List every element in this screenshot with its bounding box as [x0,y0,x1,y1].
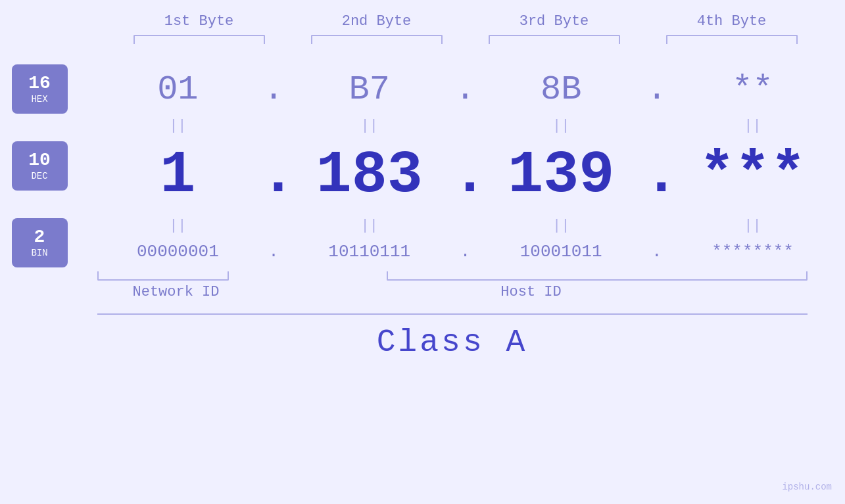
byte1-header: 1st Byte [120,13,278,30]
dec-dot3: . [644,142,670,209]
eq1-b4: || [674,118,832,134]
eq2-b3: || [482,218,640,234]
bin-dot1: . [260,242,287,262]
eq2-b2: || [291,218,448,234]
hex-badge: 16 HEX [12,64,68,114]
hex-dot1: . [260,70,287,109]
dec-badge: 10 DEC [12,141,68,191]
equals-row-2: || || || || [97,216,834,235]
class-label: Class A [97,325,808,360]
dec-b1: 1 [99,142,256,209]
bracket-b1 [133,35,265,44]
dec-text: DEC [31,171,47,181]
hex-dot3: . [644,70,670,109]
labels-column: 16 HEX 10 DEC 2 BIN [12,64,97,268]
hex-num: 16 [28,74,51,93]
byte2-header: 2nd Byte [298,13,456,30]
dec-dot1: . [260,142,287,209]
byte-headers: 1st Byte 2nd Byte 3rd Byte 4th Byte [110,13,821,30]
class-bracket-line [97,313,808,315]
bin-text: BIN [31,248,47,258]
eq1-b2: || [291,118,448,134]
bin-dot2: . [452,242,478,262]
watermark: ipshu.com [782,482,832,492]
bin-b1: 00000001 [99,242,256,262]
eq1-b1: || [99,118,256,134]
bracket-b3 [489,35,620,44]
bottom-labels: Network ID Host ID [97,284,808,300]
bin-num: 2 [34,228,45,246]
bin-b4: ******** [674,242,832,262]
eq2-b4: || [674,218,832,234]
values-grid: 01 . B7 . 8B . ** || || || || 1 . [97,64,834,268]
network-bracket [97,271,229,281]
host-bracket [387,271,808,281]
dec-dot2: . [452,142,478,209]
dec-b2: 183 [291,142,448,209]
hex-b1: 01 [99,70,256,109]
dec-num: 10 [28,151,51,170]
byte4-header: 4th Byte [653,13,811,30]
bin-b2: 10110111 [291,242,448,262]
main-content: 16 HEX 10 DEC 2 BIN 01 . B7 . 8B . ** [12,64,834,268]
dec-row: 1 . 183 . 139 . *** [97,135,834,216]
bin-row: 00000001 . 10110111 . 10001011 . *******… [97,235,834,268]
dec-b4: *** [674,142,832,209]
bottom-area: Network ID Host ID Class A [12,271,834,360]
hex-dot2: . [452,70,478,109]
top-brackets [110,35,821,44]
byte3-header: 3rd Byte [475,13,633,30]
bottom-brackets [97,271,808,281]
host-id-label: Host ID [255,284,808,300]
equals-row-1: || || || || [97,116,834,135]
bin-badge: 2 BIN [12,218,68,267]
dec-b3: 139 [482,142,640,209]
bin-b3: 10001011 [482,242,640,262]
bracket-b2 [311,35,443,44]
eq1-b3: || [482,118,640,134]
hex-text: HEX [31,94,47,104]
bracket-b4 [666,35,798,44]
class-row: Class A [97,313,808,360]
hex-b2: B7 [291,70,448,109]
hex-b3: 8B [482,70,640,109]
eq2-b1: || [99,218,256,234]
bin-dot3: . [644,242,670,262]
hex-row: 01 . B7 . 8B . ** [97,64,834,116]
hex-b4: ** [674,70,832,109]
network-id-label: Network ID [97,284,255,300]
